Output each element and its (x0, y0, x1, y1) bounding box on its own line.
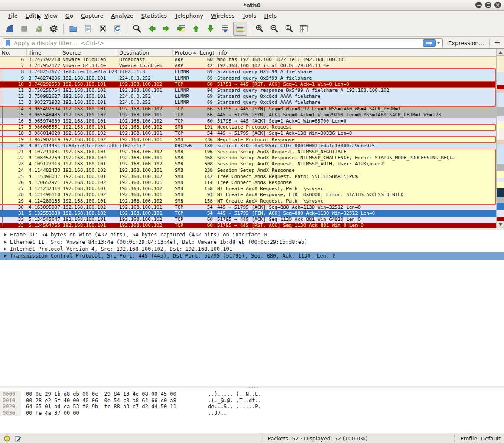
menu-statistics[interactable]: Statistics (137, 12, 171, 20)
packet-row-6[interactable]: 63.747792218Vmware_1b:d8:ebBroadcastARP6… (0, 57, 497, 63)
colorize-button[interactable] (233, 22, 247, 36)
zoom-out-button[interactable] (267, 22, 281, 36)
packet-row-32[interactable]: 325.134545647192.168.100.101192.168.100.… (0, 217, 497, 223)
packet-row-8[interactable]: 83.748253677fe80::ecff:e2fa:b24…ff02::1:… (0, 69, 497, 75)
packet-row-7[interactable]: 73.747952172Vmware_84:13:4eVmware_1b:d8:… (0, 63, 497, 69)
apply-filter-button[interactable] (423, 39, 436, 47)
packet-row-9[interactable]: 93.748274896192.168.100.101224.0.0.252LL… (0, 75, 497, 81)
packet-row-11[interactable]: 113.750256754192.168.100.102192.168.100.… (0, 87, 497, 94)
colorize-icon (235, 24, 245, 33)
go-forward-button[interactable] (159, 22, 173, 36)
packet-row-24[interactable]: 244.114482433192.168.100.102192.168.100.… (0, 168, 497, 174)
expand-arrow-icon[interactable] (4, 233, 7, 236)
add-filter-button[interactable] (493, 39, 501, 47)
zoom-reset-button[interactable] (282, 22, 296, 36)
packet-row-27[interactable]: 274.121232414192.168.100.101192.168.100.… (0, 186, 497, 192)
expand-arrow-icon[interactable] (4, 240, 7, 244)
menu-wireless[interactable]: Wireless (207, 12, 238, 20)
scrollbar-minimap[interactable] (497, 56, 504, 221)
packet-row-13[interactable]: 133.903271933192.168.100.101224.0.0.252L… (0, 100, 497, 106)
packet-row-22[interactable]: 224.108457769192.168.100.102192.168.100.… (0, 155, 497, 161)
hex-row-1[interactable]: 001000 28 e2 5f 40 00 40 06 0e 54 c0 a8 … (0, 398, 504, 404)
packet-row-16[interactable]: 163.965974009192.168.100.101192.168.100.… (0, 118, 497, 124)
column-header-info[interactable]: Info (215, 49, 497, 56)
detail-row-1[interactable]: Ethernet II, Src: Vmware_84:13:4e (00:0c… (0, 238, 504, 245)
expression-button[interactable]: Expression... (446, 40, 486, 46)
detail-row-0[interactable]: Frame 31: 54 bytes on wire (432 bits), 5… (0, 231, 504, 238)
display-filter-input[interactable] (13, 39, 423, 47)
go-to-packet-button[interactable] (174, 22, 188, 36)
column-header-length[interactable]: Length (198, 49, 215, 56)
close-button[interactable] (494, 2, 501, 8)
menu-tools[interactable]: Tools (238, 12, 260, 20)
close-file-button[interactable] (96, 22, 110, 36)
cell-dst: 192.168.100.102 (117, 186, 173, 192)
restart-capture-button[interactable] (32, 22, 46, 36)
expand-arrow-icon[interactable] (4, 254, 7, 258)
detail-row-3[interactable]: Transmission Control Protocol, Src Port:… (0, 252, 504, 259)
expert-info-icon[interactable] (3, 435, 10, 442)
hex-row-0[interactable]: 000000 0c 29 1b d8 eb 00 0c 29 84 13 4e … (0, 391, 504, 398)
packet-row-15[interactable]: 153.965548485192.168.100.102192.168.100.… (0, 112, 497, 118)
minimize-button[interactable] (475, 2, 482, 8)
cell-proto: DHCPv6 (173, 143, 198, 149)
reload-file-button[interactable] (111, 22, 124, 36)
go-first-button[interactable] (189, 22, 203, 36)
packet-row-14[interactable]: 143.965492594192.168.100.101192.168.100.… (0, 106, 497, 112)
auto-scroll-button[interactable] (218, 22, 232, 36)
save-file-button[interactable] (81, 22, 95, 36)
packet-row-21[interactable]: 214.107211031192.168.100.101192.168.100.… (0, 149, 497, 155)
cell-src: 192.168.100.101 (61, 106, 117, 112)
packet-row-18[interactable]: 183.966014029192.168.100.102192.168.100.… (0, 130, 497, 136)
go-back-button[interactable] (145, 22, 159, 36)
column-header-source[interactable]: Source (61, 49, 117, 56)
filter-history-dropdown-icon[interactable] (437, 42, 440, 44)
stop-capture-button[interactable] (17, 22, 31, 36)
column-header-time[interactable]: Time (27, 49, 61, 56)
packet-row-26[interactable]: 264.120657971192.168.100.102192.168.100.… (0, 180, 497, 186)
open-file-button[interactable] (66, 22, 80, 36)
packet-row-19[interactable]: 193.967902619192.168.100.102192.168.100.… (0, 137, 497, 143)
menu-help[interactable]: Help (260, 12, 281, 20)
menu-view[interactable]: View (40, 12, 62, 20)
hex-row-2[interactable]: 002064 65 01 bd ca 53 f0 9b fc 88 a3 c7 … (0, 404, 504, 410)
filter-bookmark-icon[interactable] (5, 39, 11, 47)
packet-row-10[interactable]: 103.748292559192.168.100.101192.168.100.… (0, 81, 497, 87)
start-capture-button[interactable] (3, 22, 16, 36)
capture-comment-icon[interactable] (14, 435, 22, 442)
menu-telephony[interactable]: Telephony (171, 12, 207, 20)
hex-row-3[interactable]: 003000 fe 4a 37 00 00..J7.. (0, 410, 504, 417)
minimap-stripe (497, 89, 504, 93)
menu-analyze[interactable]: Analyze (107, 12, 137, 20)
go-last-button[interactable] (204, 22, 218, 36)
menu-go[interactable]: Go (62, 12, 77, 20)
packet-bytes-pane: 000000 0c 29 1b d8 eb 00 0c 29 84 13 4e … (0, 388, 504, 433)
maximize-button[interactable] (485, 2, 491, 8)
column-header-destination[interactable]: Destination (117, 49, 173, 56)
expand-arrow-icon[interactable] (4, 247, 7, 251)
menu-file[interactable]: File (4, 12, 22, 20)
resize-columns-button[interactable] (297, 22, 311, 36)
zoom-in-button[interactable] (253, 22, 267, 36)
detail-row-2[interactable]: Internet Protocol Version 4, Src: 192.16… (0, 246, 504, 252)
column-header-protocol[interactable]: Protocol (173, 49, 198, 56)
menu-capture[interactable]: Capture (77, 12, 107, 20)
packet-row-29[interactable]: 294.124280135192.168.100.101192.168.100.… (0, 198, 497, 204)
packet-row-12[interactable]: 123.750982627192.168.100.101224.0.0.252L… (0, 94, 497, 100)
packet-row-25[interactable]: 254.115396087192.168.100.101192.168.100.… (0, 174, 497, 180)
packet-row-20[interactable]: 204.017414461fe80::e91c:fe5c:20b…ff02::1… (0, 143, 497, 149)
cell-proto: LLMNR (173, 100, 198, 106)
profile-text[interactable]: Profile: Default (460, 435, 501, 442)
scroll-down-arrow-icon[interactable] (497, 221, 504, 228)
packet-row-30[interactable]: 304.163095907192.168.100.102192.168.100.… (0, 204, 497, 210)
packet-row-31[interactable]: 315.132553030192.168.100.102192.168.100.… (0, 210, 497, 217)
packet-list-scrollbar[interactable] (496, 49, 504, 228)
packet-row-17[interactable]: 173.966005551192.168.100.101192.168.100.… (0, 124, 497, 130)
capture-options-button[interactable] (47, 22, 61, 36)
packet-row-28[interactable]: 284.121496110192.168.100.102192.168.100.… (0, 192, 497, 198)
column-header-no[interactable]: No. (0, 49, 27, 56)
packet-row-23[interactable]: 234.109127913192.168.100.101192.168.100.… (0, 161, 497, 167)
cell-time: 4.017414461 (27, 143, 61, 149)
find-packet-button[interactable] (130, 22, 144, 36)
scroll-up-arrow-icon[interactable] (497, 49, 504, 56)
